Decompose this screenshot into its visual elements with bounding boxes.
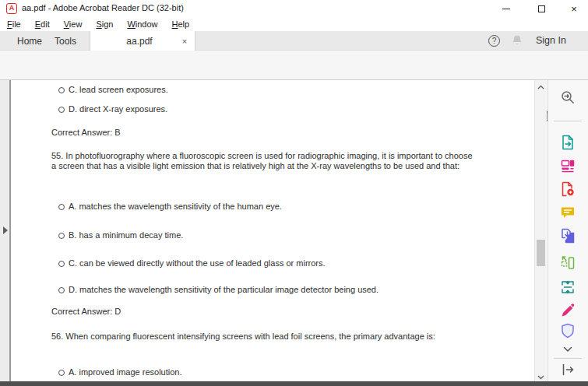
bell-icon <box>510 33 524 47</box>
shield-icon <box>559 322 576 339</box>
scroll-up-button[interactable] <box>536 82 545 92</box>
radio-icon <box>58 107 65 113</box>
compress-pdf-icon <box>559 279 576 296</box>
acrobat-reader-window: A aa.pdf - Adobe Acrobat Reader DC (32-b… <box>0 0 588 386</box>
option-text: C. lead screen exposures. <box>69 85 168 94</box>
combine-files-icon <box>559 227 576 244</box>
minimize-button[interactable] <box>492 0 520 17</box>
menu-bar: File Edit View Sign Window Help <box>0 17 588 31</box>
question-text: 55. In photofluorography where a fluoros… <box>51 151 534 171</box>
menu-item-sign[interactable]: Sign <box>89 19 120 29</box>
radio-icon <box>58 370 65 376</box>
tab-tools[interactable]: Tools <box>55 31 76 51</box>
organize-pages-icon <box>559 254 576 272</box>
menu-item-file[interactable]: File <box>0 19 28 29</box>
edit-pdf-icon <box>559 157 576 174</box>
tab-bar: Home Tools aa.pdf × ? Sign In <box>0 31 588 51</box>
main-toolbar: / 40 <box>0 51 588 80</box>
scrollbar-thumb[interactable] <box>537 240 545 266</box>
option-text: B. has a minimum decay time. <box>69 230 183 240</box>
chevron-up-icon <box>537 84 545 90</box>
adobe-reader-icon: A <box>6 3 17 14</box>
tool-search[interactable] <box>559 89 576 106</box>
notifications-button[interactable] <box>510 33 524 51</box>
option-text: D. direct X-ray exposures. <box>69 104 167 114</box>
vertical-scrollbar[interactable] <box>534 80 547 381</box>
document-page: C. lead screen exposures. D. direct X-ra… <box>12 80 534 381</box>
menu-item-edit[interactable]: Edit <box>28 19 57 29</box>
menu-item-view[interactable]: View <box>57 19 90 29</box>
chevron-down-icon <box>559 344 576 355</box>
answer-option: D. matches the wavelength sensitivity of… <box>58 285 379 294</box>
correct-answer-label: Correct Answer: D <box>51 307 121 316</box>
answer-option: C. lead screen exposures. <box>58 85 168 94</box>
radio-icon <box>58 204 65 210</box>
sidebar-divider <box>554 358 582 359</box>
radio-icon <box>58 233 65 239</box>
answer-option: D. direct X-ray exposures. <box>58 104 167 114</box>
fill-sign-icon <box>559 302 576 319</box>
tool-compress-pdf[interactable] <box>559 279 576 296</box>
more-tools-button[interactable] <box>559 344 576 355</box>
question-text: 56. When comparing fluorescent intensify… <box>51 332 534 342</box>
search-tool-icon <box>559 89 576 106</box>
option-text: A. improved image resolution. <box>69 367 182 377</box>
create-pdf-icon <box>559 181 576 198</box>
answer-option: B. has a minimum decay time. <box>58 230 183 240</box>
option-text: D. matches the wavelength sensitivity of… <box>69 285 379 294</box>
open-pane-icon <box>559 361 576 378</box>
maximize-icon <box>538 5 545 12</box>
document-tab-label: aa.pdf <box>90 36 178 47</box>
document-tab[interactable]: aa.pdf × <box>90 31 195 51</box>
tool-combine-files[interactable] <box>559 227 576 244</box>
minimize-icon <box>502 9 510 9</box>
tool-export-pdf[interactable] <box>559 134 576 151</box>
answer-option: A. improved image resolution. <box>58 367 182 377</box>
tool-organize-pages[interactable] <box>559 254 576 272</box>
close-icon: × <box>571 4 577 14</box>
expand-nav-pane-arrow[interactable] <box>3 226 8 234</box>
sidebar-divider <box>554 121 582 121</box>
maximize-button[interactable] <box>527 0 555 17</box>
option-text: C. can be viewed directly without the us… <box>69 258 326 268</box>
close-button[interactable]: × <box>560 0 588 17</box>
answer-option: C. can be viewed directly without the us… <box>58 258 326 268</box>
menu-item-window[interactable]: Window <box>120 19 164 29</box>
export-pdf-icon <box>559 134 576 151</box>
help-button[interactable]: ? <box>488 35 500 47</box>
tool-create-pdf[interactable] <box>559 181 576 198</box>
radio-icon <box>58 87 65 93</box>
comment-tool-icon <box>559 204 576 221</box>
radio-icon <box>58 287 65 293</box>
sign-in-button[interactable]: Sign In <box>536 35 566 46</box>
window-bottom-edge <box>0 381 588 386</box>
chevron-down-icon <box>537 374 545 381</box>
window-title: aa.pdf - Adobe Acrobat Reader DC (32-bit… <box>22 3 184 12</box>
title-bar: A aa.pdf - Adobe Acrobat Reader DC (32-b… <box>0 0 588 17</box>
option-text: A. matches the wavelength sensitivity of… <box>69 202 282 211</box>
open-tools-pane-button[interactable] <box>559 361 576 378</box>
tool-comment[interactable] <box>559 204 576 221</box>
correct-answer-label: Correct Answer: B <box>51 128 121 137</box>
radio-icon <box>58 261 65 267</box>
tool-protect-pdf[interactable] <box>559 322 576 339</box>
tool-fill-and-sign[interactable] <box>559 302 576 319</box>
answer-option: A. matches the wavelength sensitivity of… <box>58 202 282 211</box>
tab-close-icon[interactable]: × <box>178 34 192 48</box>
tab-home[interactable]: Home <box>17 31 42 51</box>
tool-edit-pdf[interactable] <box>559 157 576 174</box>
menu-item-help[interactable]: Help <box>165 19 197 29</box>
